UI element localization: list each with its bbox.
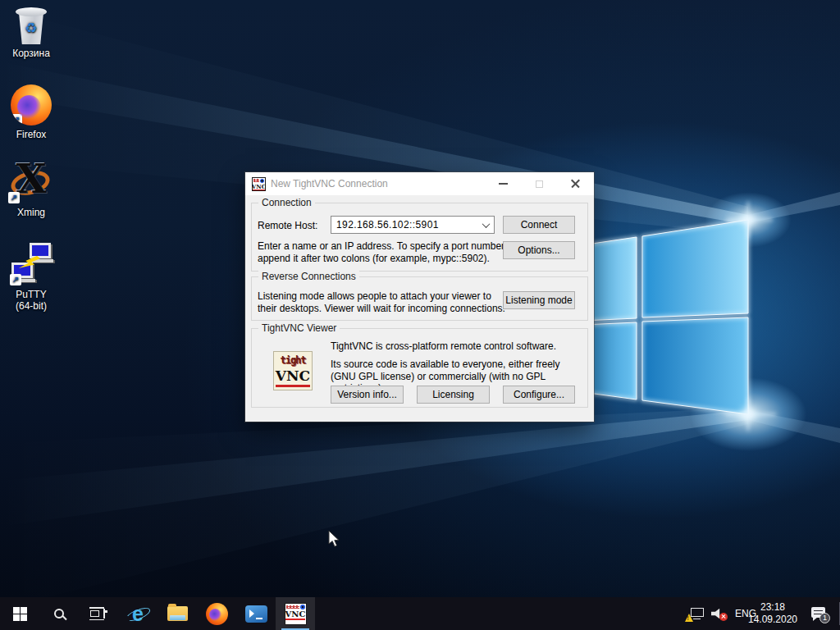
remote-host-combobox[interactable]: 192.168.56.102::5901 (331, 216, 495, 234)
start-button[interactable] (0, 597, 39, 630)
combobox-dropdown-icon[interactable] (477, 222, 494, 228)
tightvnc-connection-dialog: VNC New TightVNC Connection Connection R… (245, 172, 594, 422)
powershell-icon (245, 605, 267, 623)
connect-button[interactable]: Connect (503, 216, 575, 234)
taskbar-search-button[interactable] (39, 597, 79, 630)
notification-badge: 1 (819, 613, 830, 623)
reverse-help-line1: Listening mode allows people to attach y… (258, 290, 491, 303)
firefox-icon (206, 603, 228, 625)
taskbar-tightvnc-active[interactable]: VNC (276, 597, 315, 630)
internet-explorer-icon: e (127, 603, 148, 624)
taskbar-powershell[interactable] (236, 597, 276, 630)
recycle-bin-icon: ♻ (15, 7, 48, 44)
tightvnc-app-icon: VNC (252, 177, 266, 191)
desktop-icon-xming[interactable]: X ↗ Xming (0, 161, 62, 218)
putty-icon: ↗ (10, 243, 52, 285)
taskbar-firefox[interactable] (197, 597, 236, 630)
taskbar-clock[interactable]: 23:18 14.09.2020 (743, 597, 802, 630)
tightvnc-icon: VNC (285, 603, 307, 625)
shortcut-arrow-icon: ↗ (11, 114, 22, 126)
desktop-icon-label-line2: (64-bit) (0, 300, 62, 312)
reverse-help-line2: their desktops. Viewer will wait for inc… (258, 303, 505, 315)
maximize-button (527, 172, 551, 195)
search-icon (54, 609, 64, 619)
desktop-icon-label: Xming (0, 207, 62, 218)
desktop-icon-recycle-bin[interactable]: ♻ Корзина (0, 7, 62, 59)
options-button[interactable]: Options... (503, 241, 575, 259)
remote-host-value[interactable]: 192.168.56.102::5901 (331, 219, 477, 231)
task-view-button[interactable] (79, 597, 118, 630)
taskbar-file-explorer[interactable] (158, 597, 197, 630)
dialog-titlebar[interactable]: VNC New TightVNC Connection (245, 172, 594, 195)
connection-help-line2: append it after two colons (for example,… (258, 253, 490, 265)
close-button[interactable] (563, 172, 587, 195)
connection-help-line1: Enter a name or an IP address. To specif… (258, 240, 507, 253)
action-center-button[interactable]: 1 (806, 597, 833, 630)
connection-group-label: Connection (258, 197, 315, 208)
minimize-button[interactable] (491, 172, 515, 195)
taskbar-internet-explorer[interactable]: e (118, 597, 158, 630)
shortcut-arrow-icon: ↗ (10, 274, 21, 285)
speaker-muted-icon (711, 608, 726, 620)
desktop-icon-firefox[interactable]: ↗ Firefox (0, 84, 62, 140)
shortcut-arrow-icon: ↗ (8, 192, 20, 203)
network-warning-icon: ! (687, 607, 704, 620)
desktop-icon-label: PuTTY (0, 289, 62, 300)
version-info-button[interactable]: Version info... (331, 386, 404, 404)
licensing-button[interactable]: Licensing (417, 386, 490, 404)
volume-tray[interactable] (707, 597, 730, 630)
viewer-text-line1: TightVNC is cross-platform remote contro… (331, 340, 556, 352)
configure-button[interactable]: Configure... (503, 386, 575, 404)
task-view-icon (89, 607, 107, 620)
clock-time: 23:18 (748, 601, 797, 614)
reverse-connections-group-label: Reverse Connections (258, 271, 359, 282)
action-center-icon: 1 (811, 606, 828, 621)
windows-logo-icon (13, 607, 27, 621)
dialog-title: New TightVNC Connection (271, 178, 388, 189)
listening-mode-button[interactable]: Listening mode (503, 291, 575, 309)
firefox-icon: ↗ (11, 84, 52, 126)
taskbar: e VNC ! ENG (0, 597, 840, 630)
tightvnc-logo: tight VNC (273, 351, 313, 390)
network-status-tray[interactable]: ! (684, 597, 707, 630)
viewer-text-line2: Its source code is available to everyone… (331, 358, 559, 370)
desktop-icon-putty[interactable]: ↗ PuTTY (64-bit) (0, 243, 62, 312)
xming-icon: X ↗ (8, 161, 54, 203)
remote-host-label: Remote Host: (258, 220, 317, 231)
clock-date: 14.09.2020 (748, 614, 797, 626)
tightvnc-viewer-group-label: TightVNC Viewer (258, 322, 340, 334)
file-explorer-icon (167, 606, 188, 621)
desktop-icon-label: Корзина (0, 48, 62, 59)
desktop-icon-label: Firefox (0, 129, 62, 140)
